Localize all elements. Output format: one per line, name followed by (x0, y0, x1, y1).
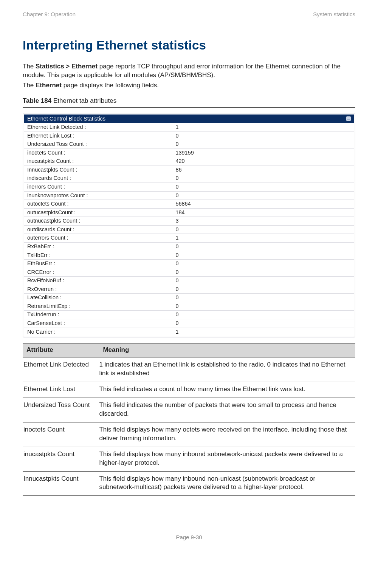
attr-name: Innucastpkts Count (23, 471, 99, 496)
stats-row: CRCError :0 (24, 268, 354, 277)
stats-row: indiscards Count :0 (24, 174, 354, 183)
stats-key: Undersized Toss Count : (24, 140, 172, 149)
stats-key: outoctets Count : (24, 200, 172, 209)
caption-rule (23, 107, 355, 108)
stats-row: Ethernet Link Detected :1 (24, 123, 354, 132)
stats-row: CarSenseLost :0 (24, 319, 354, 328)
stats-key: Ethernet Link Lost : (24, 132, 172, 140)
stats-key: EthBusErr : (24, 260, 172, 268)
attr-name: inoctets Count (23, 422, 99, 447)
stats-value: 0 (172, 277, 354, 285)
attr-name: Ethernet Link Lost (23, 382, 99, 398)
attr-header-meaning: Meaning (99, 343, 355, 357)
page-footer: Page 9-30 (23, 534, 355, 541)
intro-paragraph-2: The Ethernet page displays the following… (23, 81, 355, 90)
stats-row: outdiscards Count :0 (24, 225, 354, 234)
attr-meaning: This field displays how many octets were… (99, 422, 355, 447)
stats-key: inunknownprotos Count : (24, 191, 172, 200)
stats-value: 184 (172, 208, 354, 217)
stats-value: 0 (172, 319, 354, 328)
bold-run: Ethernet (36, 82, 62, 89)
stats-row: TxUnderrun :0 (24, 311, 354, 319)
attr-row: Undersized Toss CountThis field indicate… (23, 398, 355, 422)
stats-value: 0 (172, 268, 354, 277)
stats-value: 0 (172, 242, 354, 251)
stats-row: Innucastpkts Count :86 (24, 166, 354, 174)
stats-row: outerrors Count :1 (24, 234, 354, 243)
stats-value: 420 (172, 157, 354, 166)
stats-value: 0 (172, 285, 354, 294)
attr-row: Innucastpkts CountThis field displays ho… (23, 471, 355, 496)
stats-panel-header: Ethernet Control Block Statistics – (24, 115, 354, 124)
stats-key: TxUnderrun : (24, 311, 172, 319)
stats-key: inoctets Count : (24, 149, 172, 157)
stats-row: inerrors Count :0 (24, 183, 354, 192)
stats-key: Innucastpkts Count : (24, 166, 172, 174)
stats-panel: Ethernet Control Block Statistics – Ethe… (23, 113, 355, 338)
page-header: Chapter 9: Operation System statistics (23, 11, 355, 18)
stats-row: RcvFifoNoBuf :0 (24, 277, 354, 285)
attr-meaning: 1 indicates that an Ethernet link is est… (99, 357, 355, 382)
stats-key: RxOverrun : (24, 285, 172, 294)
stats-row: outnucastpkts Count :3 (24, 217, 354, 226)
attr-name: Undersized Toss Count (23, 398, 99, 422)
attr-row: inucastpkts CountThis field displays how… (23, 447, 355, 471)
caption-bold: Table 184 (23, 97, 51, 104)
text-run: The (23, 63, 36, 70)
attr-meaning: This field indicates a count of how many… (99, 382, 355, 398)
bold-run: Statistics > Ethernet (36, 63, 98, 70)
stats-value: 0 (172, 225, 354, 234)
stats-value: 0 (172, 140, 354, 149)
stats-value: 0 (172, 191, 354, 200)
stats-row: inucastpkts Count :420 (24, 157, 354, 166)
stats-panel-title: Ethernet Control Block Statistics (27, 115, 105, 123)
stats-key: RcvFifoNoBuf : (24, 277, 172, 285)
stats-row: RxOverrun :0 (24, 285, 354, 294)
attr-header-attribute: Attribute (23, 343, 99, 357)
collapse-icon[interactable]: – (346, 116, 351, 121)
stats-value: 1 (172, 123, 354, 132)
stats-key: LateCollision : (24, 294, 172, 302)
stats-value: 56864 (172, 200, 354, 209)
stats-row: outucastpktsCount :184 (24, 208, 354, 217)
stats-key: RxBabErr : (24, 242, 172, 251)
attr-meaning: This field indicates the number of packe… (99, 398, 355, 422)
attr-name: Ethernet Link Detected (23, 357, 99, 382)
stats-key: inucastpkts Count : (24, 157, 172, 166)
stats-value: 0 (172, 132, 354, 140)
stats-key: inerrors Count : (24, 183, 172, 192)
page-title: Interpreting Ethernet statistics (23, 37, 355, 54)
attributes-table: Attribute Meaning Ethernet Link Detected… (23, 343, 355, 496)
stats-value: 0 (172, 260, 354, 268)
stats-value: 86 (172, 166, 354, 174)
stats-key: outdiscards Count : (24, 225, 172, 234)
stats-key: indiscards Count : (24, 174, 172, 183)
table-caption: Table 184 Ethernet tab attributes (23, 97, 355, 105)
stats-value: 1 (172, 328, 354, 336)
stats-value: 0 (172, 251, 354, 260)
stats-value: 0 (172, 294, 354, 302)
stats-value: 0 (172, 311, 354, 319)
text-run: The (23, 82, 36, 89)
stats-key: CRCError : (24, 268, 172, 277)
stats-row: RetransLimitExp :0 (24, 302, 354, 311)
attr-row: inoctets CountThis field displays how ma… (23, 422, 355, 447)
stats-row: inoctets Count :139159 (24, 149, 354, 157)
attr-meaning: This field displays how many inbound non… (99, 471, 355, 496)
stats-row: No Carrier :1 (24, 328, 354, 336)
stats-key: Ethernet Link Detected : (24, 123, 172, 132)
stats-value: 139159 (172, 149, 354, 157)
attr-row: Ethernet Link Detected1 indicates that a… (23, 357, 355, 382)
stats-table: Ethernet Link Detected :1Ethernet Link L… (24, 123, 354, 336)
stats-key: outerrors Count : (24, 234, 172, 243)
stats-key: outucastpktsCount : (24, 208, 172, 217)
header-left: Chapter 9: Operation (23, 11, 76, 18)
stats-row: outoctets Count :56864 (24, 200, 354, 209)
header-right: System statistics (313, 11, 355, 18)
stats-row: TxHbErr :0 (24, 251, 354, 260)
stats-value: 0 (172, 302, 354, 311)
stats-row: EthBusErr :0 (24, 260, 354, 268)
attr-row: Ethernet Link LostThis field indicates a… (23, 382, 355, 398)
stats-row: Undersized Toss Count :0 (24, 140, 354, 149)
stats-row: LateCollision :0 (24, 294, 354, 302)
